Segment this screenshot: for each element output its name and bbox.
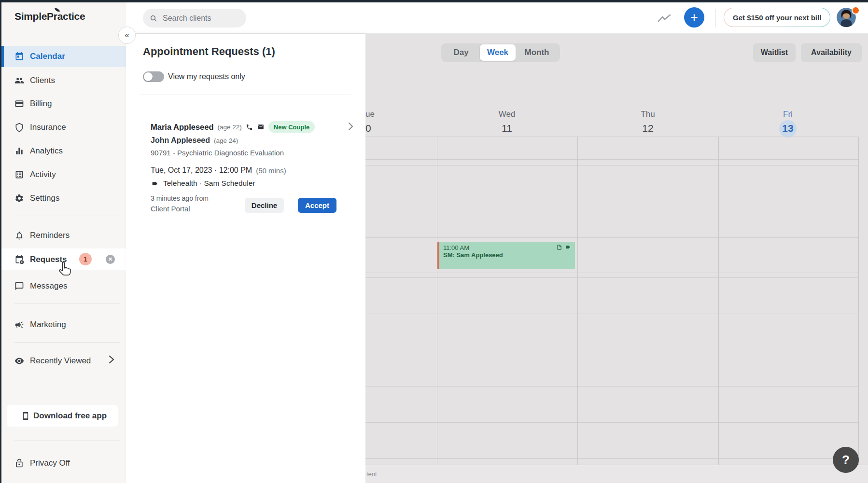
sidebar-item-requests[interactable]: Requests 1 ✕ xyxy=(1,248,126,270)
waitlist-button[interactable]: Waitlist xyxy=(753,43,796,62)
grid-line xyxy=(365,350,858,350)
trend-line-icon[interactable] xyxy=(657,13,672,24)
sidebar-item-activity[interactable]: Activity xyxy=(1,164,126,185)
sidebar-item-clients[interactable]: Clients xyxy=(1,70,126,91)
billing-card-icon xyxy=(14,99,24,109)
sidebar-item-label: Analytics xyxy=(30,146,63,156)
sidebar-divider xyxy=(14,441,120,441)
chevron-right-icon xyxy=(109,355,114,364)
sidebar-item-label: Activity xyxy=(30,170,56,179)
top-bar: + Get $150 off your next bill xyxy=(126,2,868,34)
sidebar-item-label: Reminders xyxy=(30,231,70,240)
request-card[interactable]: Maria Appleseed (age 22) New Couple John… xyxy=(151,121,353,188)
collapse-panel-button[interactable]: « xyxy=(118,27,136,44)
accept-button[interactable]: Accept xyxy=(298,198,336,213)
sidebar-item-reminders[interactable]: Reminders xyxy=(1,225,126,246)
sidebar-item-insurance[interactable]: Insurance xyxy=(1,117,126,138)
grid-line xyxy=(365,159,858,160)
document-icon xyxy=(557,244,562,250)
app-logo[interactable]: SimplePractice xyxy=(14,11,85,22)
grid-line xyxy=(858,137,859,465)
tab-week[interactable]: Week xyxy=(480,44,516,61)
calendar-add-icon xyxy=(14,255,24,264)
sidebar-item-privacy[interactable]: Privacy Off xyxy=(1,453,126,474)
videocam-icon xyxy=(151,180,159,187)
availability-button[interactable]: Availability xyxy=(801,43,862,62)
request-meta-line1: 3 minutes ago from xyxy=(151,194,209,202)
footer-partial-text: tent xyxy=(366,470,377,478)
search-input[interactable] xyxy=(162,14,236,23)
grid-line xyxy=(365,386,858,386)
day-header-name: ue xyxy=(365,110,375,119)
service-code: 90791 - Psychiatric Diagnostic Evaluatio… xyxy=(151,149,353,157)
day-header-name: Wed xyxy=(488,110,526,119)
day-header-name: Thu xyxy=(629,110,667,119)
appointment-requests-panel: Appointment Requests (1) View my request… xyxy=(126,34,365,483)
question-mark-icon: ? xyxy=(842,453,850,468)
sidebar-divider xyxy=(14,342,120,343)
megaphone-icon xyxy=(14,320,24,330)
grid-line xyxy=(365,237,858,238)
grid-line xyxy=(365,458,858,459)
sidebar-item-label: Marketing xyxy=(30,320,66,330)
sidebar-item-label: Settings xyxy=(30,193,59,203)
topbar-divider xyxy=(715,9,716,27)
calendar-footer: tent xyxy=(365,465,868,483)
search-box[interactable] xyxy=(143,9,246,28)
app-logo-text: SimplePractice xyxy=(14,11,85,22)
grid-line xyxy=(577,137,578,465)
eye-icon xyxy=(14,356,24,366)
sidebar-item-label: Requests xyxy=(30,255,67,264)
sidebar-item-label: Clients xyxy=(30,76,55,85)
calendar-icon xyxy=(14,52,24,61)
help-button[interactable]: ? xyxy=(833,447,859,473)
sidebar-item-billing[interactable]: Billing xyxy=(1,93,126,114)
sidebar-item-label: Recently Viewed xyxy=(30,356,91,366)
privacy-label: Privacy Off xyxy=(30,458,70,468)
lock-open-icon xyxy=(14,458,24,468)
view-switcher: Day Week Month xyxy=(441,43,560,62)
event-title: SM: Sam Appleseed xyxy=(443,251,571,259)
chevron-right-icon[interactable] xyxy=(348,122,353,131)
app-window: + Get $150 off your next bill SimplePrac… xyxy=(0,0,868,483)
sidebar-item-settings[interactable]: Settings xyxy=(1,188,126,209)
tab-day[interactable]: Day xyxy=(442,44,480,61)
grid-line xyxy=(365,277,858,278)
client-name: Maria Appleseed xyxy=(151,123,214,132)
clients-icon xyxy=(14,76,24,85)
download-app-button[interactable]: Download free app xyxy=(7,405,118,427)
grid-line xyxy=(365,202,858,202)
client-name: John Appleseed xyxy=(151,136,210,145)
grid-line xyxy=(365,422,858,423)
promo-button[interactable]: Get $150 off your next bill xyxy=(724,8,830,27)
calendar-event[interactable]: 11:00 AM SM: Sam Appleseed xyxy=(437,242,575,269)
tab-month[interactable]: Month xyxy=(516,44,558,61)
day-header-number: 0 xyxy=(365,123,371,134)
view-my-requests-toggle[interactable] xyxy=(143,71,164,82)
chat-bubble-icon xyxy=(14,281,24,291)
toggle-label: View my requests only xyxy=(168,72,245,81)
sidebar-item-analytics[interactable]: Analytics xyxy=(1,140,126,162)
dismiss-badge-icon[interactable]: ✕ xyxy=(106,255,115,264)
activity-list-icon xyxy=(14,170,24,179)
new-couple-badge: New Couple xyxy=(268,121,315,133)
notification-dot xyxy=(852,6,860,14)
sidebar-item-calendar[interactable]: Calendar xyxy=(1,46,126,67)
bell-icon xyxy=(14,231,24,240)
sidebar-item-label: Insurance xyxy=(30,123,66,132)
envelope-icon xyxy=(257,124,265,130)
appointment-duration: (50 mins) xyxy=(256,166,286,175)
sidebar-item-label: Billing xyxy=(30,99,52,109)
event-time: 11:00 AM xyxy=(443,244,571,251)
appointment-mode: Telehealth · Sam Scheduler xyxy=(163,179,255,188)
decline-button[interactable]: Decline xyxy=(245,198,284,213)
phone-icon xyxy=(246,124,253,131)
create-new-button[interactable]: + xyxy=(684,7,704,28)
sidebar-item-messages[interactable]: Messages xyxy=(1,276,126,297)
sidebar-item-recently-viewed[interactable]: Recently Viewed xyxy=(1,350,126,372)
sidebar-item-marketing[interactable]: Marketing xyxy=(1,314,126,335)
grid-line xyxy=(437,137,437,465)
request-meta-line2: Client Portal xyxy=(151,205,190,213)
double-chevron-left-icon: « xyxy=(125,30,129,40)
grid-line xyxy=(718,137,719,465)
